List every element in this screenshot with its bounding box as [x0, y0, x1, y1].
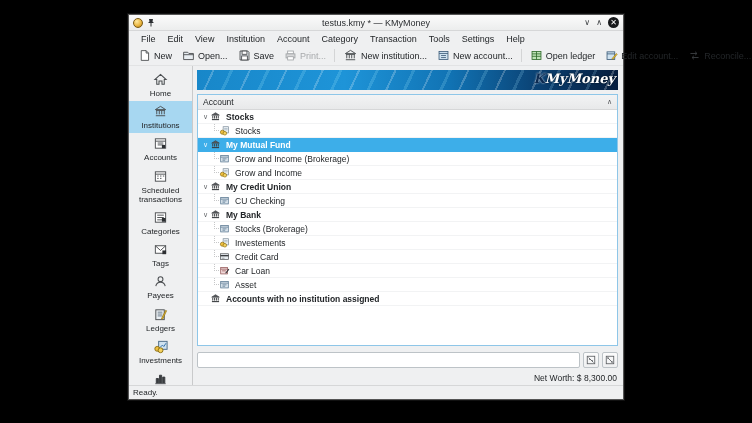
expander-icon[interactable]: ∨: [201, 141, 210, 149]
scheduled-icon: [153, 169, 168, 186]
investment-icon: [219, 125, 231, 136]
checking-icon: [219, 153, 231, 164]
tree-rows: ∨StocksStocks∨My Mutual FundGrow and Inc…: [198, 110, 617, 345]
sidebar-item-tags[interactable]: Tags: [129, 239, 192, 271]
menu-file[interactable]: File: [135, 33, 162, 45]
close-button[interactable]: ✕: [608, 17, 619, 28]
tree-row-label: My Bank: [226, 210, 261, 220]
tree-row-my-credit-union[interactable]: ∨My Credit Union: [198, 180, 617, 194]
sidebar-item-investments[interactable]: Investments: [129, 336, 192, 368]
collapse-all-button[interactable]: [583, 352, 599, 368]
tree-row-label: My Mutual Fund: [226, 140, 291, 150]
sidebar-item-scheduled-transactions[interactable]: Scheduled transactions: [129, 166, 192, 207]
toolbar-button-label: Save: [254, 51, 275, 61]
credit-card-icon: [219, 251, 231, 262]
checking-icon: [219, 195, 231, 206]
maximize-button[interactable]: ∧: [596, 19, 602, 27]
sidebar-item-home[interactable]: Home: [129, 69, 192, 101]
menu-transaction[interactable]: Transaction: [364, 33, 423, 45]
print-icon: [284, 49, 297, 62]
tree-row-grow-and-income-brokerage[interactable]: Grow and Income (Brokerage): [198, 152, 617, 166]
tree-row-my-mutual-fund[interactable]: ∨My Mutual Fund: [198, 138, 617, 152]
sidebar-item-label: Payees: [147, 291, 174, 300]
tree-row-investements[interactable]: Investements: [198, 236, 617, 250]
sidebar-item-payees[interactable]: Payees: [129, 271, 192, 303]
accounts-icon: [153, 136, 168, 153]
sidebar-item-reports[interactable]: Reports: [129, 368, 192, 385]
tree-row-stocks[interactable]: Stocks: [198, 124, 617, 138]
tree-row-grow-and-income[interactable]: Grow and Income: [198, 166, 617, 180]
tree-branch-line: [210, 152, 219, 165]
edit-account-button[interactable]: Edit account...: [600, 48, 683, 63]
sidebar-item-label: Scheduled transactions: [130, 186, 191, 204]
loan-icon: [219, 265, 231, 276]
sidebar-item-categories[interactable]: Categories: [129, 207, 192, 239]
inst-bank-icon: [210, 181, 222, 192]
tree-column-header[interactable]: Account ∧: [198, 95, 617, 110]
checking-icon: [219, 279, 231, 290]
open-button[interactable]: Open...: [177, 48, 233, 63]
account-new-icon: [437, 49, 450, 62]
expander-icon[interactable]: ∨: [201, 183, 210, 191]
titlebar[interactable]: testus.kmy * — KMyMoney ∨ ∧ ✕: [129, 15, 623, 31]
open-ledger-button[interactable]: Open ledger: [525, 48, 601, 63]
tree-row-label: CU Checking: [235, 196, 285, 206]
expander-icon[interactable]: ∨: [201, 113, 210, 121]
menu-view[interactable]: View: [189, 33, 220, 45]
tree-row-asset[interactable]: Asset: [198, 278, 617, 292]
sidebar-item-ledgers[interactable]: Ledgers: [129, 304, 192, 336]
account-filter-input[interactable]: [197, 352, 580, 368]
toolbar-separator: [334, 49, 335, 62]
sidebar-item-institutions[interactable]: Institutions: [129, 101, 192, 133]
tree-row-car-loan[interactable]: Car Loan: [198, 264, 617, 278]
tree-row-credit-card[interactable]: Credit Card: [198, 250, 617, 264]
menu-category[interactable]: Category: [315, 33, 364, 45]
toolbar-button-label: New account...: [453, 51, 513, 61]
expander-icon[interactable]: ∨: [201, 211, 210, 219]
tree-row-label: Stocks (Brokerage): [235, 224, 308, 234]
institutions-tree-panel: Account ∧ ∨StocksStocks∨My Mutual FundGr…: [197, 94, 618, 346]
reconcile-button[interactable]: Reconcile...: [683, 48, 752, 63]
minimize-button[interactable]: ∨: [584, 19, 590, 27]
menu-settings[interactable]: Settings: [456, 33, 501, 45]
tree-row-label: My Credit Union: [226, 182, 291, 192]
tree-row-stocks-brokerage[interactable]: Stocks (Brokerage): [198, 222, 617, 236]
new-button[interactable]: New: [133, 48, 177, 63]
sidebar-item-label: Tags: [152, 259, 169, 268]
new-account-button[interactable]: New account...: [432, 48, 518, 63]
menu-institution[interactable]: Institution: [220, 33, 271, 45]
tree-row-label: Grow and Income: [235, 168, 302, 178]
checking-icon: [219, 223, 231, 234]
document-new-icon: [138, 49, 151, 62]
save-button[interactable]: Save: [233, 48, 280, 63]
sort-indicator-icon[interactable]: ∧: [607, 98, 612, 106]
toolbar-button-label: Edit account...: [621, 51, 678, 61]
menu-help[interactable]: Help: [500, 33, 531, 45]
sidebar-item-accounts[interactable]: Accounts: [129, 133, 192, 165]
expand-all-icon: [605, 355, 615, 365]
tree-branch-line: [210, 264, 219, 277]
menu-account[interactable]: Account: [271, 33, 316, 45]
tree-row-stocks[interactable]: ∨Stocks: [198, 110, 617, 124]
sidebar-item-label: Home: [150, 89, 171, 98]
tree-branch-line: [210, 250, 219, 263]
kmymoney-logo: KMyMoney: [533, 71, 615, 86]
tree-row-label: Stocks: [226, 112, 254, 122]
tree-row-label: Asset: [235, 280, 256, 290]
tree-row-my-bank[interactable]: ∨My Bank: [198, 208, 617, 222]
tree-row-cu-checking[interactable]: CU Checking: [198, 194, 617, 208]
ledgers-icon: [153, 307, 168, 324]
menu-tools[interactable]: Tools: [423, 33, 456, 45]
reports-icon: [153, 371, 168, 385]
investments-icon: [153, 339, 169, 356]
tree-row-label: Car Loan: [235, 266, 270, 276]
toolbar: NewOpen...SavePrint...New institution...…: [129, 46, 623, 66]
reconcile-icon: [688, 49, 701, 62]
tree-row-accounts-with-no-institution-assigned[interactable]: Accounts with no institution assigned: [198, 292, 617, 306]
sidebar-item-label: Institutions: [141, 121, 179, 130]
menu-edit[interactable]: Edit: [162, 33, 190, 45]
new-institution-button[interactable]: New institution...: [338, 47, 432, 64]
tags-icon: [153, 242, 168, 259]
sidebar-item-label: Categories: [141, 227, 180, 236]
expand-all-button[interactable]: [602, 352, 618, 368]
